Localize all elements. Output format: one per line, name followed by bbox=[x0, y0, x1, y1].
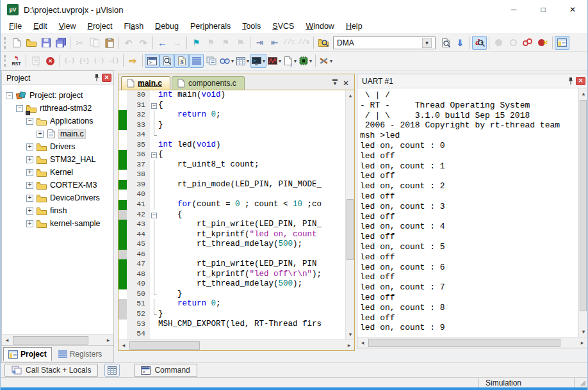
menu-view[interactable]: View bbox=[53, 20, 82, 33]
indent-button[interactable]: ⇥ bbox=[252, 36, 267, 50]
code-line[interactable]: 47 rt_pin_write(LED_PIN, PIN bbox=[118, 259, 345, 270]
code-line[interactable]: 41 for(count = 0 ; count < 10 ;co bbox=[118, 200, 345, 210]
expand-toggle[interactable]: + bbox=[26, 169, 33, 176]
menu-debug[interactable]: Debug bbox=[149, 20, 184, 33]
outdent-button[interactable]: ⇤ bbox=[267, 36, 282, 50]
expand-toggle[interactable]: + bbox=[26, 156, 33, 163]
tab-command[interactable]: >_ Command bbox=[134, 364, 197, 377]
fold-margin[interactable] bbox=[150, 160, 158, 170]
tree-item-kernel[interactable]: +Kernel bbox=[2, 166, 113, 179]
scroll-right-icon[interactable]: ▸ bbox=[103, 335, 113, 345]
find-in-files-button[interactable] bbox=[438, 36, 453, 50]
close-file-icon[interactable]: ✕ bbox=[343, 80, 349, 86]
scroll-thumb[interactable] bbox=[368, 339, 560, 347]
uart-vscrollbar[interactable]: ▴ ▾ bbox=[578, 88, 587, 337]
fold-margin[interactable] bbox=[150, 200, 158, 210]
scroll-thumb[interactable] bbox=[580, 100, 587, 311]
fold-margin[interactable] bbox=[150, 220, 158, 230]
bookmark-button[interactable]: ⚑ bbox=[189, 36, 204, 50]
scroll-thumb[interactable] bbox=[347, 199, 354, 260]
code-line[interactable]: 40 bbox=[118, 190, 345, 200]
save-button[interactable] bbox=[38, 36, 53, 50]
pin-icon[interactable] bbox=[94, 74, 100, 82]
menu-window[interactable]: Window bbox=[300, 20, 339, 33]
code-line[interactable]: 48 rt_kprintf("led off\r\n"); bbox=[118, 270, 345, 280]
system-viewer-button[interactable]: ▾ bbox=[298, 54, 313, 68]
tree-item-project-project[interactable]: −Project: project bbox=[2, 89, 113, 102]
code-line[interactable]: 31−{ bbox=[118, 101, 345, 111]
dropdown-arrow-icon[interactable]: ▾ bbox=[294, 58, 297, 64]
open-file-button[interactable] bbox=[24, 36, 38, 50]
tree-item-drivers[interactable]: +Drivers bbox=[2, 140, 113, 153]
code-line[interactable]: 51 return 0; bbox=[118, 299, 345, 309]
code-line[interactable]: 42− { bbox=[118, 210, 345, 220]
tab-components-c[interactable]: components.c bbox=[172, 76, 245, 90]
scroll-up-icon[interactable]: ▴ bbox=[579, 88, 587, 99]
code-line[interactable]: 44 rt_kprintf("led on, count bbox=[118, 230, 345, 240]
tree-item-stm32-hal[interactable]: +STM32_HAL bbox=[2, 153, 113, 166]
expand-toggle[interactable]: + bbox=[26, 182, 33, 189]
dropdown-arrow-icon[interactable]: ▾ bbox=[231, 58, 234, 64]
dropdown-arrow-icon[interactable]: ▾ bbox=[330, 58, 332, 64]
show-current-button[interactable]: ⇨ bbox=[126, 54, 140, 68]
dropdown-arrow-icon[interactable]: ▾ bbox=[279, 58, 281, 64]
tree-item-applications[interactable]: −Applications bbox=[2, 115, 113, 127]
fold-margin[interactable] bbox=[150, 279, 158, 289]
fold-margin[interactable] bbox=[150, 289, 158, 300]
fold-margin[interactable] bbox=[150, 259, 158, 270]
scroll-down-icon[interactable]: ▾ bbox=[346, 329, 354, 339]
toolbar-grip[interactable] bbox=[4, 37, 6, 49]
toolbox-button[interactable]: ▾ bbox=[318, 54, 334, 68]
tree-item-devicedrivers[interactable]: +DeviceDrivers bbox=[2, 191, 113, 204]
call-stack-window-button[interactable] bbox=[204, 54, 218, 68]
bp-disable-all-button[interactable] bbox=[521, 36, 535, 50]
word-lookup-button[interactable]: d▾ bbox=[472, 36, 487, 50]
resize-grip[interactable]: ◢ bbox=[575, 378, 587, 387]
tab-registers[interactable]: Registers bbox=[53, 347, 108, 361]
tree-item-main-c[interactable]: +main.c bbox=[2, 127, 113, 140]
menu-project[interactable]: Project bbox=[82, 20, 118, 33]
close-uart-panel-button[interactable]: ✕ bbox=[576, 77, 585, 85]
watch-window-button[interactable]: ▾ bbox=[218, 54, 235, 68]
command-window-button[interactable]: >_ bbox=[145, 54, 159, 68]
uart-hscrollbar[interactable]: ◂ ▸ bbox=[357, 337, 587, 348]
collapse-toggle[interactable]: − bbox=[6, 92, 13, 99]
editor-vscrollbar[interactable]: ▴ ▾ bbox=[345, 90, 354, 339]
maximize-button[interactable]: □ bbox=[528, 0, 558, 19]
fold-margin[interactable] bbox=[150, 90, 158, 101]
menu-peripherals[interactable]: Peripherals bbox=[184, 20, 236, 33]
fold-margin[interactable] bbox=[150, 190, 158, 200]
analysis-window-button[interactable]: ▾ bbox=[266, 54, 282, 68]
code-line[interactable]: 32 return 0; bbox=[118, 110, 345, 120]
scroll-right-icon[interactable]: ▸ bbox=[344, 340, 354, 350]
fold-margin[interactable] bbox=[150, 309, 158, 320]
save-all-button[interactable] bbox=[53, 36, 68, 50]
nav-back-button[interactable]: ← bbox=[155, 36, 170, 50]
tab-list-icon[interactable]: ▼ bbox=[332, 79, 338, 87]
toolbar-grip[interactable] bbox=[4, 55, 6, 67]
find-combo-dropdown-icon[interactable]: ▾ bbox=[422, 38, 432, 48]
fold-margin[interactable] bbox=[150, 120, 158, 131]
expand-toggle[interactable]: + bbox=[26, 195, 33, 202]
trace-window-button[interactable]: ↓▾ bbox=[282, 54, 298, 68]
fold-margin[interactable] bbox=[150, 130, 158, 140]
code-line[interactable]: 54 bbox=[118, 329, 345, 339]
project-hscrollbar[interactable]: ◂ ▸ bbox=[2, 334, 113, 345]
collapse-toggle[interactable]: − bbox=[26, 118, 33, 125]
menu-tools[interactable]: Tools bbox=[236, 20, 266, 33]
dropdown-arrow-icon[interactable]: ▾ bbox=[247, 58, 249, 64]
scroll-down-icon[interactable]: ▾ bbox=[579, 327, 587, 337]
fold-margin[interactable]: − bbox=[150, 210, 158, 220]
tree-item-finsh[interactable]: +finsh bbox=[2, 204, 113, 217]
scroll-right-icon[interactable]: ▸ bbox=[577, 337, 587, 348]
uart-output[interactable]: \ | /- RT - Thread Operating System / | … bbox=[357, 88, 578, 337]
tree-item-cortex-m3[interactable]: +CORTEX-M3 bbox=[2, 179, 113, 191]
fold-margin[interactable]: − bbox=[150, 101, 158, 111]
symbol-window-button[interactable]: S bbox=[174, 54, 189, 68]
code-line[interactable]: 53MSH_CMD_EXPORT(led, RT-Thread firs bbox=[118, 320, 345, 330]
fold-margin[interactable] bbox=[150, 230, 158, 240]
pin-icon[interactable] bbox=[568, 77, 574, 85]
tree-item-rtthread-stm32[interactable]: −rtthread-stm32 bbox=[2, 102, 113, 115]
new-file-button[interactable] bbox=[9, 36, 24, 50]
expand-toggle[interactable]: + bbox=[26, 220, 33, 227]
